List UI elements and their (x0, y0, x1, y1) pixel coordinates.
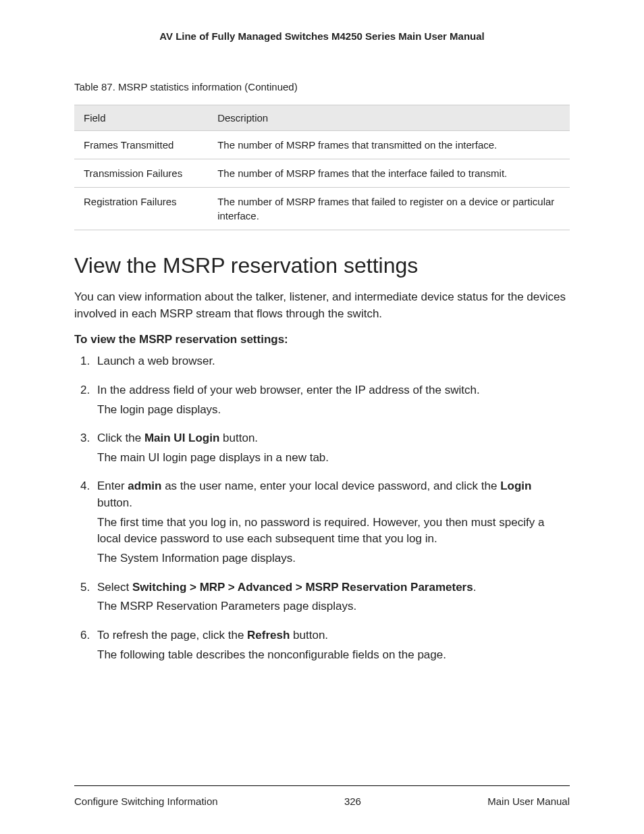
table-header-field: Field (74, 105, 208, 131)
procedure-subheading: To view the MSRP reservation settings: (74, 333, 570, 346)
table-caption: Table 87. MSRP statistics information (C… (74, 81, 570, 93)
table-cell-desc: The number of MSRP frames that failed to… (208, 188, 570, 230)
document-header: AV Line of Fully Managed Switches M4250 … (74, 30, 570, 42)
step-text-bold: admin (128, 479, 161, 492)
step-text-post: . (473, 581, 477, 594)
table-row: Frames Transmitted The number of MSRP fr… (74, 131, 570, 159)
step-subtext: The System Information page displays. (97, 550, 570, 567)
table-cell-field: Registration Failures (74, 188, 208, 230)
procedure-steps: Launch a web browser. In the address fie… (74, 353, 570, 663)
step-subtext: The following table describes the noncon… (97, 647, 570, 664)
step-text-post: button. (97, 496, 132, 509)
table-row: Registration Failures The number of MSRP… (74, 188, 570, 230)
step-text-mid: as the user name, enter your local devic… (161, 479, 500, 492)
step-text-bold: Main UI Login (144, 432, 219, 444)
step-text: In the address field of your web browser… (97, 384, 480, 396)
table-header-description: Description (208, 105, 570, 131)
step-text-bold: Switching > MRP > Advanced > MSRP Reserv… (132, 581, 473, 594)
step-5: Select Switching > MRP > Advanced > MSRP… (93, 579, 570, 615)
step-text-bold: Refresh (247, 629, 290, 642)
step-4: Enter admin as the user name, enter your… (93, 478, 570, 567)
table-cell-desc: The number of MSRP frames that transmitt… (208, 131, 570, 159)
step-3: Click the Main UI Login button. The main… (93, 430, 570, 466)
step-2: In the address field of your web browser… (93, 382, 570, 418)
intro-paragraph: You can view information about the talke… (74, 289, 570, 322)
step-subtext: The MSRP Reservation Parameters page dis… (97, 598, 570, 615)
table-cell-desc: The number of MSRP frames that the inter… (208, 159, 570, 188)
step-text-bold: Login (500, 479, 531, 492)
step-subtext: The main UI login page displays in a new… (97, 450, 570, 467)
document-page: AV Line of Fully Managed Switches M4250 … (0, 0, 644, 834)
step-text-post: button. (290, 629, 328, 642)
footer-left: Configure Switching Information (74, 796, 218, 807)
page-footer: Configure Switching Information 326 Main… (74, 785, 570, 807)
section-heading: View the MSRP reservation settings (74, 253, 570, 278)
table-row: Transmission Failures The number of MSRP… (74, 159, 570, 188)
footer-page-number: 326 (218, 796, 488, 807)
step-text-pre: To refresh the page, click the (97, 629, 247, 642)
table-cell-field: Transmission Failures (74, 159, 208, 188)
step-subtext: The first time that you log in, no passw… (97, 515, 570, 548)
step-text: Launch a web browser. (97, 355, 215, 367)
step-text-pre: Click the (97, 432, 144, 444)
step-text-post: button. (219, 432, 258, 444)
step-text-pre: Select (97, 581, 132, 594)
step-subtext: The login page displays. (97, 402, 570, 419)
step-text-pre: Enter (97, 479, 128, 492)
footer-right: Main User Manual (487, 796, 570, 807)
step-6: To refresh the page, click the Refresh b… (93, 627, 570, 663)
step-1: Launch a web browser. (93, 353, 570, 370)
table-cell-field: Frames Transmitted (74, 131, 208, 159)
msrp-stats-table: Field Description Frames Transmitted The… (74, 105, 570, 230)
